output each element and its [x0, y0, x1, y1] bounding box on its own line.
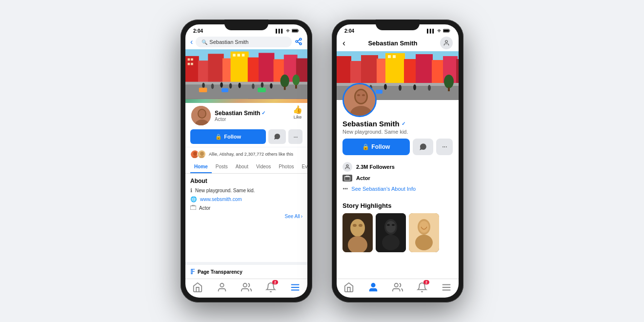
phone-2: 2:04 ▌▌▌ ‹ Sebastian Smith	[332, 20, 463, 302]
action-buttons-2: 🔒 Follow ···	[342, 139, 453, 155]
tab-posts-1[interactable]: Posts	[212, 161, 232, 173]
signal-icon: ▌▌▌	[276, 29, 284, 33]
svg-rect-25	[237, 54, 240, 57]
svg-point-4	[296, 40, 298, 42]
notch-1	[224, 20, 268, 30]
svg-rect-39	[258, 88, 266, 92]
svg-rect-77	[393, 55, 396, 58]
nav-profile-1[interactable]	[217, 282, 227, 293]
svg-rect-54	[190, 206, 196, 210]
website-link-1[interactable]: www.sebsmith.com	[200, 197, 242, 202]
story-thumb-3[interactable]	[409, 213, 439, 252]
notif-badge-1: 2	[272, 280, 278, 284]
svg-point-60	[439, 31, 439, 32]
svg-point-56	[243, 283, 247, 287]
svg-point-108	[392, 224, 395, 226]
back-button-1[interactable]: ‹	[190, 38, 193, 46]
nav-notifications-1[interactable]: 2	[265, 282, 276, 293]
avatar-2	[342, 83, 377, 117]
see-all-button-1[interactable]: See All ›	[190, 214, 302, 219]
info-role: Actor	[342, 175, 453, 181]
notif-badge-2: 2	[423, 280, 429, 284]
info-followers: 2.3M Followers	[342, 162, 453, 172]
svg-rect-22	[188, 63, 190, 65]
profile-name-1: Sebastian Smith ✓	[215, 110, 265, 117]
svg-rect-87	[376, 90, 382, 94]
svg-point-52	[200, 152, 204, 156]
follow-icon: 🔒	[215, 134, 222, 140]
nav-groups-1[interactable]	[241, 282, 252, 293]
verified-badge-1: ✓	[262, 110, 265, 116]
svg-rect-24	[233, 54, 236, 57]
more-button-1[interactable]: ···	[288, 129, 302, 144]
search-text-1: Sebastian Smith	[209, 39, 248, 45]
nav-menu-1[interactable]	[290, 282, 301, 293]
about-item-website: 🌐 www.sebsmith.com	[190, 196, 302, 202]
info-about-link[interactable]: ··· See Sebastian's About Info	[342, 184, 453, 193]
like-button-1[interactable]: 👍 Like	[293, 105, 302, 120]
svg-point-102	[359, 224, 362, 227]
svg-rect-20	[188, 59, 190, 61]
profile-role-1: Actor	[215, 117, 265, 122]
likes-text-1: Allie, Atishay, and 2,307,772 others lik…	[209, 152, 293, 157]
svg-point-49	[193, 152, 197, 156]
svg-point-93	[356, 90, 366, 103]
likes-avatar-2	[197, 150, 206, 159]
svg-point-113	[371, 283, 375, 287]
svg-point-114	[395, 283, 398, 287]
tab-home-1[interactable]: Home	[190, 161, 212, 173]
share-button-1[interactable]	[295, 38, 302, 47]
signal-icon-2: ▌▌▌	[427, 29, 435, 33]
search-box-1[interactable]: 🔍 Sebastian Smith	[196, 37, 292, 47]
story-thumb-2[interactable]	[376, 213, 406, 252]
follow-button-1[interactable]: 🔒 Follow	[190, 129, 266, 144]
svg-point-47	[199, 110, 205, 118]
about-item-role: Actor	[190, 205, 302, 211]
follow-button-2[interactable]: 🔒 Follow	[342, 139, 410, 155]
about-item-bio: ℹ New playground. Same kid.	[190, 187, 302, 194]
nav-avatar-icon-2[interactable]	[440, 37, 453, 49]
message-button-1[interactable]	[268, 129, 286, 144]
notch-2	[376, 20, 420, 30]
story-thumb-1[interactable]	[342, 213, 373, 252]
svg-point-29	[202, 83, 205, 88]
svg-point-96	[346, 165, 348, 167]
svg-rect-43	[295, 85, 297, 88]
svg-rect-97	[344, 177, 350, 181]
cover-photo-1	[185, 49, 307, 103]
svg-point-35	[261, 82, 264, 88]
name-role-1: Sebastian Smith ✓ Actor	[215, 110, 265, 122]
svg-point-106	[386, 221, 396, 233]
svg-point-88	[444, 75, 454, 88]
more-button-2[interactable]: ···	[436, 139, 453, 155]
tab-photos-1[interactable]: Photos	[275, 161, 298, 173]
tab-videos-1[interactable]: Videos	[252, 161, 275, 173]
svg-point-105	[382, 235, 400, 250]
profile-section-2: Sebastian Smith ✓ New playground. Same k…	[337, 100, 459, 159]
page-transparency-1: 𝔽 Page Transparency	[185, 262, 307, 279]
back-button-2[interactable]: ‹	[342, 38, 345, 48]
svg-point-99	[350, 219, 365, 237]
profile-info-1: Sebastian Smith ✓ Actor	[190, 105, 265, 126]
screen-1: 2:04 ▌▌▌ ‹ 🔍 Sebastian Smith	[185, 24, 307, 298]
nav-menu-2[interactable]	[441, 282, 452, 293]
svg-point-0	[287, 31, 288, 32]
svg-rect-41	[284, 86, 286, 90]
nav-home-2[interactable]	[343, 282, 354, 293]
nav-notifications-2[interactable]: 2	[417, 282, 427, 293]
content-area-1: About ℹ New playground. Same kid. 🌐 www.…	[185, 174, 307, 262]
tab-about-1[interactable]: About	[232, 161, 252, 173]
nav-home-1[interactable]	[192, 282, 203, 293]
nav-groups-2[interactable]	[392, 282, 403, 293]
svg-rect-21	[191, 59, 193, 61]
message-button-2[interactable]	[413, 139, 433, 155]
battery-icon-2	[443, 29, 451, 34]
about-section-1: About ℹ New playground. Same kid. 🌐 www.…	[190, 178, 302, 219]
action-buttons-1: 🔒 Follow ···	[190, 129, 302, 144]
svg-point-40	[280, 75, 289, 87]
status-time-1: 2:04	[193, 28, 203, 34]
likes-row-1: Allie, Atishay, and 2,307,772 others lik…	[185, 147, 307, 161]
tab-more-1[interactable]: Eve...	[298, 161, 308, 173]
profile-row-1: Sebastian Smith ✓ Actor 👍 Like	[190, 105, 302, 126]
nav-profile-2[interactable]	[368, 282, 379, 293]
